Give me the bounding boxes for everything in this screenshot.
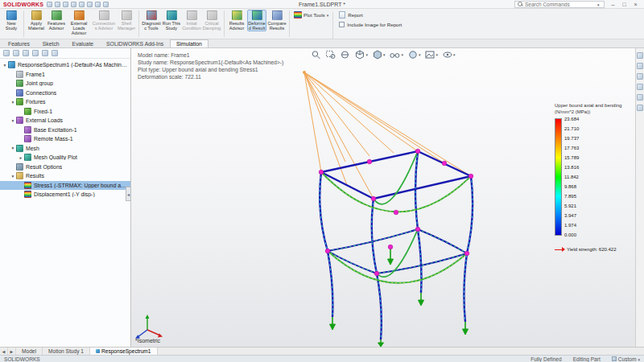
- redo-icon[interactable]: [87, 2, 93, 7]
- ribbon-button-apply-material[interactable]: Apply Material: [27, 10, 46, 31]
- ribbon-separator: [289, 10, 290, 37]
- tree-item-remote-mass-1[interactable]: Remote Mass-1: [0, 134, 130, 144]
- status-bar: SOLIDWORKS Fully Defined Editing Part Cu…: [0, 355, 644, 362]
- tree-item-base-excitation-1[interactable]: Base Excitation-1: [0, 125, 130, 135]
- options-icon[interactable]: [103, 2, 109, 7]
- report-button[interactable]: Report: [339, 11, 402, 19]
- tree-item-fixtures[interactable]: Fixtures: [0, 97, 130, 107]
- tree-item-stress1[interactable]: Stress1 (-STRMAX: Upper bound axial and …: [0, 181, 130, 191]
- solidworks-window: SOLIDWORKS Frame1.SLDPRT *: [0, 0, 644, 362]
- minimize-button[interactable]: [608, 1, 618, 8]
- simulation-study-tree: ResponseSpectrum1 (-Default<As Machined>…: [0, 59, 130, 200]
- expander-icon[interactable]: [10, 174, 16, 179]
- apply-scene-button[interactable]: [424, 50, 440, 60]
- include-image-for-report-button[interactable]: Include Image for Report: [339, 22, 402, 27]
- view-settings-button[interactable]: [441, 50, 456, 60]
- save-icon[interactable]: [63, 2, 68, 7]
- legend-value: 9.868: [564, 184, 579, 189]
- ribbon-button-new-study[interactable]: New Study: [2, 10, 21, 31]
- solidworks-resources-icon[interactable]: [637, 52, 643, 59]
- fixture-arrows[interactable]: [330, 293, 469, 347]
- section-view-button[interactable]: [339, 50, 351, 60]
- graphics-viewport[interactable]: Model name: Frame1 Study name: ResponseS…: [131, 48, 635, 347]
- dimxpertmanager-tab-icon[interactable]: [32, 50, 39, 56]
- tree-item-fixed-1[interactable]: Fixed-1: [0, 107, 130, 117]
- ribbon-button-results-advisor[interactable]: Results Advisor: [227, 10, 246, 31]
- expander-icon[interactable]: [10, 146, 16, 150]
- file-explorer-icon[interactable]: [637, 73, 643, 80]
- legend-value: 19.737: [564, 136, 579, 141]
- ribbon-separator: [224, 10, 225, 37]
- custom-properties-icon[interactable]: [637, 105, 643, 111]
- tab-model[interactable]: Model: [16, 348, 43, 355]
- panel-collapse-arrow[interactable]: [126, 187, 131, 201]
- configurationmanager-tab-icon[interactable]: [23, 50, 29, 56]
- undo-icon[interactable]: [79, 2, 85, 7]
- unit-system-dropdown[interactable]: Custom: [612, 356, 640, 362]
- tab-features[interactable]: Features: [2, 39, 36, 47]
- tabs-scroll-right-button[interactable]: [8, 348, 16, 355]
- displaymanager-tab-icon[interactable]: [42, 50, 48, 56]
- tab-motion-study-1[interactable]: Motion Study 1: [43, 348, 90, 355]
- tree-item-joint-group[interactable]: Joint group: [0, 79, 130, 88]
- tree-item-results[interactable]: Results: [0, 171, 130, 181]
- zoom-fit-button[interactable]: [310, 50, 322, 60]
- tabs-scroll-left-button[interactable]: [0, 348, 8, 355]
- tree-item-frame1[interactable]: Frame1: [0, 70, 130, 80]
- maximize-button[interactable]: [619, 1, 630, 8]
- hide-show-items-button[interactable]: [388, 50, 404, 60]
- tree-item-mesh-quality-plot[interactable]: Mesh Quality Plot: [0, 153, 130, 162]
- tab-responsespectrum1[interactable]: ResponseSpectrum1: [90, 348, 158, 355]
- zoom-area-button[interactable]: [324, 50, 336, 60]
- study-tab-icon: [96, 349, 100, 353]
- expander-icon[interactable]: [2, 63, 8, 68]
- ribbon-button-external-loads-advisor[interactable]: External Loads Advisor: [67, 10, 91, 36]
- ribbon-button-deformed-result[interactable]: Deformed Result: [247, 10, 266, 31]
- rebuild-icon[interactable]: [95, 2, 101, 7]
- close-button[interactable]: [630, 1, 641, 8]
- ribbon-button-diagnostic-tools[interactable]: Diagnostic Tools: [142, 10, 161, 31]
- tree-item-study-root[interactable]: ResponseSpectrum1 (-Default<As Machined>…: [0, 60, 130, 70]
- frame-members[interactable]: [320, 151, 473, 339]
- search-commands-box[interactable]: [514, 1, 605, 8]
- cross-braces[interactable]: [321, 151, 471, 283]
- tree-item-mesh[interactable]: Mesh: [0, 144, 130, 154]
- tab-solidworks-add-ins[interactable]: SOLIDWORKS Add-Ins: [100, 39, 170, 47]
- deformed-result-icon: [252, 10, 262, 20]
- search-input[interactable]: [525, 2, 596, 7]
- edit-appearance-button[interactable]: [407, 50, 422, 60]
- ribbon-button-features-advisor[interactable]: Features Advisor: [47, 10, 66, 31]
- appearances-scenes-icon[interactable]: [637, 94, 643, 101]
- tab-evaluate[interactable]: Evaluate: [66, 39, 100, 47]
- tab-sketch[interactable]: Sketch: [36, 39, 66, 47]
- ribbon-separator: [23, 10, 24, 37]
- tree-item-connections[interactable]: Connections: [0, 88, 130, 98]
- display-style-button[interactable]: [371, 50, 386, 60]
- deformation-scale-line: Deformation scale: 722.11: [138, 73, 283, 80]
- tab-simulation[interactable]: Simulation: [170, 39, 208, 47]
- plot-tools-button[interactable]: Plot Tools: [294, 11, 328, 19]
- run-this-study-icon: [167, 10, 177, 20]
- tree-item-displacement1[interactable]: Displacement1 (-Y disp-): [0, 190, 130, 200]
- ribbon-button-compare-results[interactable]: Compare Results: [267, 10, 287, 31]
- featuremanager-tree-tab-icon[interactable]: [3, 50, 10, 56]
- plot-tools-caret-icon: [327, 12, 329, 18]
- print-icon[interactable]: [71, 2, 76, 7]
- new-file-icon[interactable]: [47, 2, 52, 7]
- expander-icon[interactable]: [10, 100, 16, 105]
- propertymanager-tab-icon[interactable]: [13, 50, 19, 56]
- external-loads-advisor-icon: [74, 10, 85, 20]
- remote-mass-arrow[interactable]: [388, 247, 394, 265]
- search-caret-icon[interactable]: [597, 2, 600, 7]
- simulation-study-tab-icon[interactable]: [52, 50, 58, 56]
- tree-item-external-loads[interactable]: External Loads: [0, 116, 130, 125]
- tree-item-result-options[interactable]: Result Options: [0, 162, 130, 172]
- ribbon-button-run-this-study[interactable]: Run This Study: [162, 10, 181, 31]
- expander-icon[interactable]: [10, 118, 16, 123]
- view-palette-icon[interactable]: [637, 84, 643, 90]
- design-library-icon[interactable]: [637, 63, 643, 69]
- zoom-fit-icon: [311, 50, 321, 60]
- open-file-icon[interactable]: [55, 2, 60, 7]
- view-orientation-button[interactable]: [353, 50, 369, 60]
- expander-icon[interactable]: [18, 155, 24, 160]
